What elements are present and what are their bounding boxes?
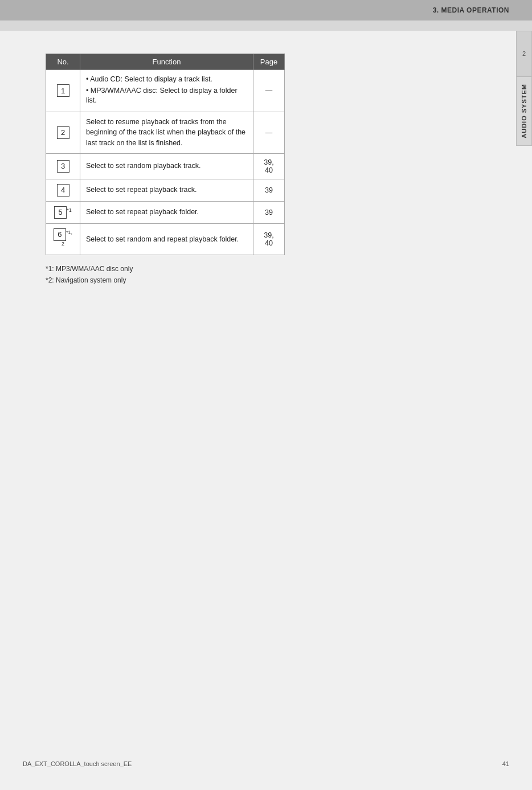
col-header-function: Function <box>80 54 253 70</box>
row-function-cell: Select to set repeat playback track. <box>80 179 253 201</box>
row-function-cell: Select to set random and repeat playback… <box>80 223 253 255</box>
row-page-cell: 39, 40 <box>253 153 285 179</box>
row-page-cell: 39 <box>253 179 285 201</box>
row-number-cell: 2 <box>46 112 80 153</box>
row-function-cell: Select to set random playback track. <box>80 153 253 179</box>
row-number-cell: 1 <box>46 70 80 112</box>
row-function-cell: Audio CD: Select to display a track list… <box>80 70 253 112</box>
function-table: No. Function Page 1Audio CD: Select to d… <box>46 54 285 255</box>
footnote-item: *2: Navigation system only <box>46 275 481 286</box>
table-row: 2Select to resume playback of tracks fro… <box>46 112 285 153</box>
row-page-cell: — <box>253 70 285 112</box>
row-number-cell: 4 <box>46 179 80 201</box>
row-number-cell: 5*1 <box>46 201 80 223</box>
right-tab: 2 AUDIO SYSTEM <box>516 31 532 146</box>
footer-page-number: 41 <box>502 760 509 767</box>
table-row: 6*1, 2Select to set random and repeat pl… <box>46 223 285 255</box>
table-row: 5*1Select to set repeat playback folder.… <box>46 201 285 223</box>
sub-bar <box>0 21 532 31</box>
row-page-cell: — <box>253 112 285 153</box>
col-header-page: Page <box>253 54 285 70</box>
footnotes: *1: MP3/WMA/AAC disc only*2: Navigation … <box>46 263 481 286</box>
table-row: 1Audio CD: Select to display a track lis… <box>46 70 285 112</box>
tab-audio-system: AUDIO SYSTEM <box>516 76 532 146</box>
row-function-cell: Select to set repeat playback folder. <box>80 201 253 223</box>
table-row: 3Select to set random playback track.39,… <box>46 153 285 179</box>
footnote-item: *1: MP3/WMA/AAC disc only <box>46 263 481 275</box>
tab-number: 2 <box>516 31 532 76</box>
row-number-cell: 6*1, 2 <box>46 223 80 255</box>
row-function-cell: Select to resume playback of tracks from… <box>80 112 253 153</box>
chapter-label: 3. MEDIA OPERATION <box>433 6 509 14</box>
row-page-cell: 39 <box>253 201 285 223</box>
row-number-cell: 3 <box>46 153 80 179</box>
page-footer: DA_EXT_COROLLA_touch screen_EE 41 <box>0 760 532 767</box>
table-row: 4Select to set repeat playback track.39 <box>46 179 285 201</box>
col-header-no: No. <box>46 54 80 70</box>
main-content: No. Function Page 1Audio CD: Select to d… <box>0 31 515 321</box>
row-page-cell: 39, 40 <box>253 223 285 255</box>
top-bar: 3. MEDIA OPERATION <box>0 0 532 21</box>
footer-doc-name: DA_EXT_COROLLA_touch screen_EE <box>23 760 132 767</box>
